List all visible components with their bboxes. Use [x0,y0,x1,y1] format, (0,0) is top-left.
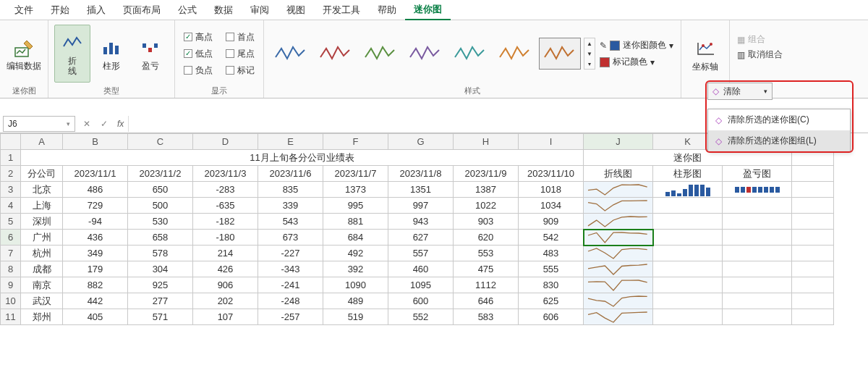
menu-item-数据[interactable]: 数据 [205,1,242,20]
data-cell[interactable]: 543 [258,214,323,230]
data-cell[interactable]: 1373 [323,182,388,198]
data-cell[interactable]: 179 [63,261,128,277]
branch-name[interactable]: 杭州 [21,246,63,261]
data-cell[interactable]: 673 [258,230,323,246]
data-cell[interactable]: 650 [128,182,193,198]
data-cell[interactable]: 625 [519,293,584,309]
row-header-7[interactable]: 7 [1,246,21,261]
col-header-D[interactable]: D [193,134,258,150]
cell[interactable] [792,309,834,325]
data-cell[interactable]: -343 [258,261,323,277]
menu-item-文件[interactable]: 文件 [6,1,42,20]
menu-item-帮助[interactable]: 帮助 [369,1,405,20]
row-header-5[interactable]: 5 [1,214,21,230]
data-cell[interactable]: 304 [128,261,193,277]
data-cell[interactable]: 426 [193,261,258,277]
style-swatch-1[interactable] [315,38,357,70]
spreadsheet-grid[interactable]: ABCDEFGHIJKLM111月上旬各分公司业绩表迷你图2分公司2023/11… [0,133,868,325]
row-header-6[interactable]: 6 [1,230,21,246]
table-header[interactable]: 2023/11/1 [63,166,128,182]
cell[interactable] [723,293,792,309]
table-header[interactable]: 2023/11/6 [258,166,323,182]
data-cell[interactable]: 909 [519,214,584,230]
cancel-formula-button[interactable]: ✕ [78,116,95,132]
branch-name[interactable]: 南京 [21,277,63,293]
row-header-8[interactable]: 8 [1,261,21,277]
table-header[interactable]: 2023/11/9 [454,166,519,182]
col-header-A[interactable]: A [21,134,63,150]
select-all-corner[interactable] [1,134,21,150]
sparkline-cell-line[interactable] [584,261,653,277]
data-cell[interactable]: 571 [128,309,193,325]
data-cell[interactable]: 1351 [388,182,454,198]
cell[interactable] [792,230,834,246]
sparkline-cell-line[interactable] [584,277,653,293]
data-cell[interactable]: 684 [323,230,388,246]
branch-name[interactable]: 北京 [21,182,63,198]
col-header-E[interactable]: E [258,134,323,150]
cell[interactable] [723,214,792,230]
data-cell[interactable]: 578 [128,246,193,261]
data-cell[interactable]: 552 [388,309,454,325]
branch-name[interactable]: 武汉 [21,293,63,309]
data-cell[interactable]: 658 [128,230,193,246]
data-cell[interactable]: 906 [193,277,258,293]
cell[interactable] [792,182,834,198]
table-header[interactable]: 2023/11/3 [193,166,258,182]
data-cell[interactable]: -180 [193,230,258,246]
cell[interactable] [653,246,723,261]
data-cell[interactable]: 460 [388,261,454,277]
sparkline-cell-line[interactable] [584,309,653,325]
name-box[interactable]: J6 ▾ [3,116,75,132]
menu-item-开始[interactable]: 开始 [42,1,78,20]
table-header[interactable]: 折线图 [584,166,653,182]
edit-data-button[interactable]: 编辑数据 [6,25,42,83]
style-swatch-4[interactable] [449,38,491,70]
row-header-4[interactable]: 4 [1,198,21,214]
type-line-button[interactable]: 折 线 [54,25,90,83]
menu-item-开发工具[interactable]: 开发工具 [314,1,369,20]
scroll-up-icon[interactable]: ▲ [584,38,595,49]
cell[interactable] [653,261,723,277]
menu-item-公式[interactable]: 公式 [169,1,205,20]
branch-name[interactable]: 上海 [21,198,63,214]
data-cell[interactable]: 943 [388,214,454,230]
cell[interactable] [792,261,834,277]
sparkline-cell-winloss[interactable] [723,182,792,198]
clear-selected-sparklines-item[interactable]: ◇清除所选的迷你图(C) [708,109,850,130]
data-cell[interactable]: 925 [128,277,193,293]
menu-item-视图[interactable]: 视图 [278,1,314,20]
data-cell[interactable]: 627 [388,230,454,246]
cell[interactable] [653,293,723,309]
data-cell[interactable]: -283 [193,182,258,198]
data-cell[interactable]: 997 [388,198,454,214]
table-header[interactable]: 盈亏图 [723,166,792,182]
menu-item-迷你图[interactable]: 迷你图 [405,0,451,20]
table-header[interactable]: 2023/11/2 [128,166,193,182]
row-header-10[interactable]: 10 [1,293,21,309]
sparkline-cell-line[interactable] [584,182,653,198]
style-swatch-2[interactable] [359,38,401,70]
col-header-J[interactable]: J [584,134,653,150]
data-cell[interactable]: -257 [258,309,323,325]
data-cell[interactable]: 600 [388,293,454,309]
cell[interactable] [792,198,834,214]
fx-label[interactable]: fx [113,119,128,129]
style-swatch-6[interactable] [539,38,581,70]
menu-item-审阅[interactable]: 审阅 [242,1,278,20]
cell[interactable] [723,261,792,277]
data-cell[interactable]: -241 [258,277,323,293]
axis-button[interactable]: 坐标轴 [687,26,723,84]
chevron-down-icon[interactable]: ▾ [67,120,70,127]
menu-item-页面布局[interactable]: 页面布局 [114,1,169,20]
data-cell[interactable]: 1095 [388,277,454,293]
data-cell[interactable]: -94 [63,214,128,230]
data-cell[interactable]: 214 [193,246,258,261]
table-title[interactable]: 11月上旬各分公司业绩表 [21,150,584,166]
cell[interactable] [723,230,792,246]
data-cell[interactable]: 835 [258,182,323,198]
data-cell[interactable]: 557 [388,246,454,261]
table-header[interactable]: 2023/11/10 [519,166,584,182]
data-cell[interactable]: 475 [454,261,519,277]
cell[interactable] [792,214,834,230]
